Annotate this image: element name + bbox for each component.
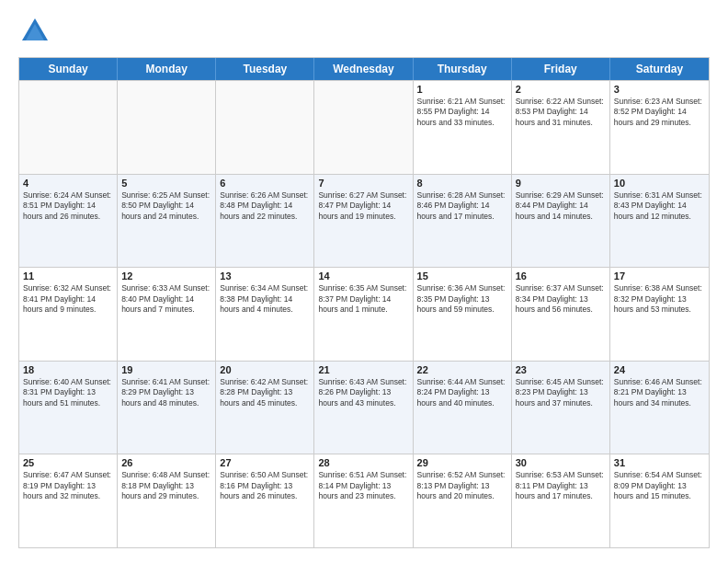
day-cell-25: 25Sunrise: 6:47 AM Sunset: 8:19 PM Dayli… — [19, 454, 118, 547]
day-cell-4: 4Sunrise: 6:24 AM Sunset: 8:51 PM Daylig… — [19, 175, 118, 268]
day-info: Sunrise: 6:41 AM Sunset: 8:29 PM Dayligh… — [121, 377, 211, 408]
day-number: 31 — [614, 457, 705, 468]
day-number: 15 — [417, 270, 507, 282]
day-info: Sunrise: 6:51 AM Sunset: 8:14 PM Dayligh… — [318, 470, 408, 501]
empty-cell — [19, 81, 118, 174]
day-info: Sunrise: 6:22 AM Sunset: 8:53 PM Dayligh… — [516, 97, 606, 128]
day-info: Sunrise: 6:34 AM Sunset: 8:38 PM Dayligh… — [220, 283, 310, 315]
day-cell-16: 16Sunrise: 6:37 AM Sunset: 8:34 PM Dayli… — [512, 268, 610, 361]
day-cell-12: 12Sunrise: 6:33 AM Sunset: 8:40 PM Dayli… — [118, 268, 216, 361]
day-number: 10 — [614, 178, 705, 189]
empty-cell — [118, 81, 216, 174]
day-cell-1: 1Sunrise: 6:21 AM Sunset: 8:55 PM Daylig… — [414, 81, 512, 174]
day-number: 6 — [220, 178, 310, 189]
day-info: Sunrise: 6:38 AM Sunset: 8:32 PM Dayligh… — [614, 283, 705, 315]
day-info: Sunrise: 6:33 AM Sunset: 8:40 PM Dayligh… — [121, 283, 211, 315]
day-cell-23: 23Sunrise: 6:45 AM Sunset: 8:23 PM Dayli… — [512, 362, 610, 454]
day-cell-24: 24Sunrise: 6:46 AM Sunset: 8:21 PM Dayli… — [610, 362, 709, 454]
day-number: 3 — [614, 84, 705, 95]
day-number: 2 — [516, 84, 606, 95]
day-info: Sunrise: 6:26 AM Sunset: 8:48 PM Dayligh… — [220, 190, 310, 222]
day-info: Sunrise: 6:43 AM Sunset: 8:26 PM Dayligh… — [318, 377, 408, 408]
day-cell-29: 29Sunrise: 6:52 AM Sunset: 8:13 PM Dayli… — [414, 454, 512, 547]
day-cell-11: 11Sunrise: 6:32 AM Sunset: 8:41 PM Dayli… — [19, 268, 118, 361]
day-cell-27: 27Sunrise: 6:50 AM Sunset: 8:16 PM Dayli… — [216, 454, 314, 547]
day-info: Sunrise: 6:23 AM Sunset: 8:52 PM Dayligh… — [614, 97, 705, 128]
day-number: 29 — [417, 457, 507, 468]
day-info: Sunrise: 6:53 AM Sunset: 8:11 PM Dayligh… — [516, 470, 606, 501]
day-info: Sunrise: 6:31 AM Sunset: 8:43 PM Dayligh… — [614, 190, 705, 222]
day-number: 24 — [614, 364, 705, 375]
day-number: 22 — [417, 364, 507, 375]
day-info: Sunrise: 6:42 AM Sunset: 8:28 PM Dayligh… — [220, 377, 310, 408]
day-number: 30 — [516, 457, 606, 468]
day-number: 5 — [121, 178, 211, 189]
weekday-header-friday: Friday — [512, 58, 610, 80]
weekday-header-saturday: Saturday — [610, 58, 709, 80]
day-cell-19: 19Sunrise: 6:41 AM Sunset: 8:29 PM Dayli… — [118, 362, 216, 454]
day-number: 14 — [318, 270, 408, 282]
day-info: Sunrise: 6:35 AM Sunset: 8:37 PM Dayligh… — [318, 283, 408, 315]
calendar-row-2: 4Sunrise: 6:24 AM Sunset: 8:51 PM Daylig… — [19, 174, 709, 268]
empty-cell — [216, 81, 314, 174]
day-info: Sunrise: 6:29 AM Sunset: 8:44 PM Dayligh… — [516, 190, 606, 222]
calendar-header: SundayMondayTuesdayWednesdayThursdayFrid… — [19, 58, 709, 80]
day-number: 27 — [220, 457, 310, 468]
calendar-body: 1Sunrise: 6:21 AM Sunset: 8:55 PM Daylig… — [19, 80, 709, 547]
day-number: 25 — [23, 457, 113, 468]
day-cell-9: 9Sunrise: 6:29 AM Sunset: 8:44 PM Daylig… — [512, 175, 610, 268]
day-number: 28 — [318, 457, 408, 468]
day-info: Sunrise: 6:37 AM Sunset: 8:34 PM Dayligh… — [516, 283, 606, 315]
day-info: Sunrise: 6:40 AM Sunset: 8:31 PM Dayligh… — [23, 377, 113, 408]
day-number: 7 — [318, 178, 408, 189]
day-cell-13: 13Sunrise: 6:34 AM Sunset: 8:38 PM Dayli… — [216, 268, 314, 361]
day-cell-7: 7Sunrise: 6:27 AM Sunset: 8:47 PM Daylig… — [314, 175, 413, 268]
day-cell-21: 21Sunrise: 6:43 AM Sunset: 8:26 PM Dayli… — [314, 362, 413, 454]
day-number: 16 — [516, 270, 606, 282]
weekday-header-wednesday: Wednesday — [314, 58, 413, 80]
day-info: Sunrise: 6:36 AM Sunset: 8:35 PM Dayligh… — [417, 283, 507, 315]
day-cell-18: 18Sunrise: 6:40 AM Sunset: 8:31 PM Dayli… — [19, 362, 118, 454]
day-number: 18 — [23, 364, 113, 375]
day-cell-20: 20Sunrise: 6:42 AM Sunset: 8:28 PM Dayli… — [216, 362, 314, 454]
day-cell-14: 14Sunrise: 6:35 AM Sunset: 8:37 PM Dayli… — [314, 268, 413, 361]
day-info: Sunrise: 6:24 AM Sunset: 8:51 PM Dayligh… — [23, 190, 113, 222]
day-info: Sunrise: 6:48 AM Sunset: 8:18 PM Dayligh… — [121, 470, 211, 501]
header — [18, 15, 710, 48]
calendar: SundayMondayTuesdayWednesdayThursdayFrid… — [18, 57, 710, 548]
weekday-header-tuesday: Tuesday — [216, 58, 314, 80]
day-number: 9 — [516, 178, 606, 189]
day-info: Sunrise: 6:21 AM Sunset: 8:55 PM Dayligh… — [417, 97, 507, 128]
empty-cell — [314, 81, 413, 174]
day-cell-3: 3Sunrise: 6:23 AM Sunset: 8:52 PM Daylig… — [610, 81, 709, 174]
day-cell-17: 17Sunrise: 6:38 AM Sunset: 8:32 PM Dayli… — [610, 268, 709, 361]
day-info: Sunrise: 6:25 AM Sunset: 8:50 PM Dayligh… — [121, 190, 211, 222]
day-cell-8: 8Sunrise: 6:28 AM Sunset: 8:46 PM Daylig… — [414, 175, 512, 268]
weekday-header-sunday: Sunday — [19, 58, 118, 80]
day-number: 13 — [220, 270, 310, 282]
day-info: Sunrise: 6:45 AM Sunset: 8:23 PM Dayligh… — [516, 377, 606, 408]
day-number: 12 — [121, 270, 211, 282]
day-cell-26: 26Sunrise: 6:48 AM Sunset: 8:18 PM Dayli… — [118, 454, 216, 547]
day-number: 8 — [417, 178, 507, 189]
day-info: Sunrise: 6:44 AM Sunset: 8:24 PM Dayligh… — [417, 377, 507, 408]
day-number: 20 — [220, 364, 310, 375]
weekday-header-thursday: Thursday — [414, 58, 512, 80]
day-cell-5: 5Sunrise: 6:25 AM Sunset: 8:50 PM Daylig… — [118, 175, 216, 268]
day-number: 11 — [23, 270, 113, 282]
day-info: Sunrise: 6:28 AM Sunset: 8:46 PM Dayligh… — [417, 190, 507, 222]
day-number: 17 — [614, 270, 705, 282]
calendar-row-3: 11Sunrise: 6:32 AM Sunset: 8:41 PM Dayli… — [19, 267, 709, 361]
day-info: Sunrise: 6:32 AM Sunset: 8:41 PM Dayligh… — [23, 283, 113, 315]
day-cell-28: 28Sunrise: 6:51 AM Sunset: 8:14 PM Dayli… — [314, 454, 413, 547]
logo-icon — [18, 15, 51, 48]
calendar-row-5: 25Sunrise: 6:47 AM Sunset: 8:19 PM Dayli… — [19, 454, 709, 547]
day-cell-15: 15Sunrise: 6:36 AM Sunset: 8:35 PM Dayli… — [414, 268, 512, 361]
day-info: Sunrise: 6:46 AM Sunset: 8:21 PM Dayligh… — [614, 377, 705, 408]
page: SundayMondayTuesdayWednesdayThursdayFrid… — [0, 0, 728, 563]
day-number: 1 — [417, 84, 507, 95]
day-info: Sunrise: 6:52 AM Sunset: 8:13 PM Dayligh… — [417, 470, 507, 501]
day-info: Sunrise: 6:54 AM Sunset: 8:09 PM Dayligh… — [614, 470, 705, 501]
day-cell-22: 22Sunrise: 6:44 AM Sunset: 8:24 PM Dayli… — [414, 362, 512, 454]
day-info: Sunrise: 6:27 AM Sunset: 8:47 PM Dayligh… — [318, 190, 408, 222]
